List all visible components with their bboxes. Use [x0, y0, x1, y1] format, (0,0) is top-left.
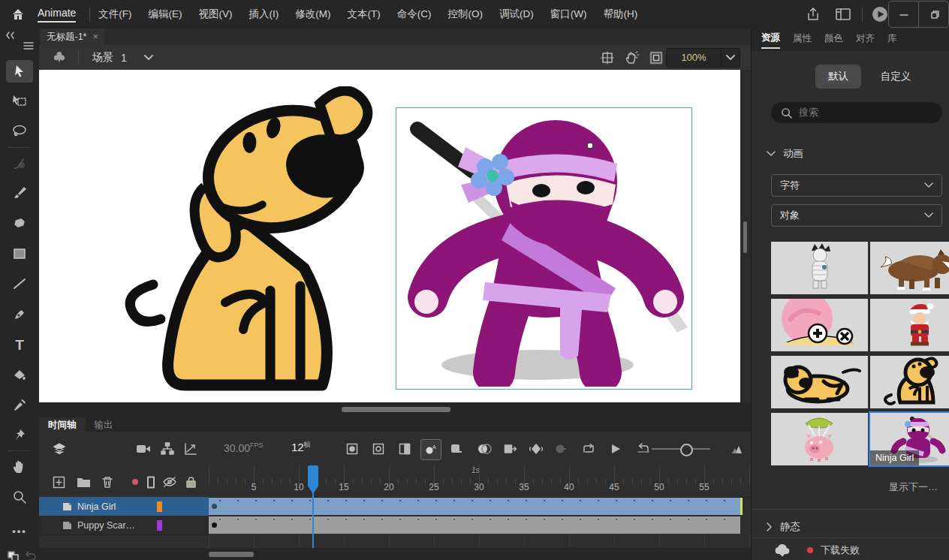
onion-skin-icon[interactable]: [474, 439, 494, 459]
delete-layer-icon[interactable]: [98, 473, 116, 491]
text-tool-icon[interactable]: T: [6, 334, 33, 357]
menu-file[interactable]: 文件(F): [90, 8, 140, 21]
show-next-link[interactable]: 显示下一…: [889, 480, 949, 494]
tab-assets[interactable]: 资源: [761, 32, 780, 49]
home-icon[interactable]: [5, 3, 32, 26]
document-tab[interactable]: 无标题-1* ×: [41, 29, 104, 45]
menu-modify[interactable]: 修改(M): [287, 8, 339, 21]
layer-color-swatch[interactable]: [157, 501, 162, 512]
vertical-scrollbar[interactable]: [740, 70, 751, 402]
hide-layers-icon[interactable]: [161, 473, 179, 491]
more-tools-icon[interactable]: •••: [6, 519, 33, 542]
auto-keyframe-icon[interactable]: A: [420, 439, 441, 460]
section-animated[interactable]: 动画: [767, 147, 803, 161]
horizontal-scrollbar-thumb[interactable]: [342, 407, 450, 412]
filter-character-dropdown[interactable]: 字符: [771, 174, 942, 197]
collapse-panel-icon[interactable]: [5, 31, 15, 40]
layer-name[interactable]: Puppy Scar…: [77, 520, 155, 531]
tab-color[interactable]: 颜色: [824, 32, 843, 48]
vertical-scrollbar-thumb[interactable]: [743, 221, 747, 253]
tab-timeline[interactable]: 时间轴: [39, 417, 86, 432]
cloud-download-icon[interactable]: [774, 543, 791, 557]
asset-thumb-snail[interactable]: [771, 299, 868, 351]
fluid-brush-tool-icon[interactable]: [6, 152, 33, 174]
lasso-tool-icon[interactable]: [6, 120, 33, 143]
asset-thumb-mummy[interactable]: [771, 242, 868, 294]
outline-view-icon[interactable]: [142, 473, 160, 491]
asset-thumb-santa[interactable]: [870, 299, 949, 351]
eraser-tool-icon[interactable]: [6, 212, 33, 234]
tab-align[interactable]: 对齐: [856, 32, 875, 48]
insert-frame-icon[interactable]: [501, 439, 520, 459]
rail-menu-icon[interactable]: [23, 41, 35, 51]
mode-default-button[interactable]: 默认: [815, 65, 861, 89]
clip-content-icon[interactable]: [649, 51, 663, 65]
layer-parenting-icon[interactable]: [158, 439, 177, 459]
fit-timeline-icon[interactable]: [728, 439, 748, 459]
filter-object-dropdown[interactable]: 对象: [771, 204, 942, 227]
pan-hand-icon[interactable]: [625, 50, 640, 65]
timeline-zoom-knob[interactable]: [680, 444, 693, 456]
menu-insert[interactable]: 插入(I): [241, 8, 288, 21]
add-layer-icon[interactable]: [50, 473, 68, 491]
loop-icon[interactable]: [579, 439, 598, 459]
layer-row-puppy[interactable]: Puppy Scar…: [39, 516, 209, 535]
section-static[interactable]: 静态: [767, 520, 800, 534]
frame-span-ninja-girl[interactable]: [209, 498, 743, 515]
menu-text[interactable]: 文本(T): [339, 8, 389, 21]
hand-tool-icon[interactable]: [6, 456, 33, 478]
asset-thumb-puppy-lying[interactable]: [771, 356, 868, 408]
fps-value[interactable]: 30.00FPS: [224, 441, 264, 454]
center-stage-icon[interactable]: [601, 51, 614, 65]
selection-tool-icon[interactable]: [6, 60, 33, 83]
add-folder-icon[interactable]: [74, 473, 92, 491]
timeline-scrollbar[interactable]: [39, 548, 751, 560]
asset-thumb-puppy-sitting[interactable]: [870, 356, 949, 408]
frame-ruler[interactable]: 1s 5 10 15 20 25 30 35 40 45 50 55: [209, 465, 751, 498]
menu-commands[interactable]: 命令(C): [389, 8, 440, 21]
frame-span-puppy[interactable]: [209, 516, 740, 534]
menu-control[interactable]: 控制(O): [440, 8, 492, 21]
restore-button[interactable]: [918, 2, 948, 27]
stage-canvas[interactable]: [39, 70, 740, 402]
share-icon[interactable]: [805, 6, 821, 23]
insert-keyframe-icon[interactable]: [526, 439, 546, 459]
current-frame-value[interactable]: 12帧: [291, 440, 311, 453]
asset-thumb-ninja-girl[interactable]: Ninja Girl: [869, 411, 949, 467]
tab-library[interactable]: 库: [887, 32, 897, 48]
timeline-empty-grid[interactable]: [209, 534, 751, 548]
zoom-value[interactable]: 100%: [667, 52, 721, 63]
insert-blank-keyframe-icon[interactable]: [551, 439, 571, 459]
frame-graph-icon[interactable]: [181, 439, 200, 459]
close-tab-icon[interactable]: ×: [92, 32, 98, 42]
symbol-clip-icon[interactable]: [51, 50, 68, 66]
test-movie-icon[interactable]: [871, 5, 889, 23]
camera-icon[interactable]: [134, 439, 153, 459]
frame-span-view-icon[interactable]: [395, 439, 414, 459]
ninja-girl-artwork[interactable]: [396, 108, 689, 387]
layer-view-icon[interactable]: [50, 439, 69, 459]
frame-dot-view-icon[interactable]: [342, 439, 362, 459]
loop-range-icon[interactable]: [634, 439, 653, 459]
subselection-tool-icon[interactable]: [6, 90, 33, 113]
timeline-scrollbar-thumb[interactable]: [209, 552, 254, 557]
search-input[interactable]: 搜索: [771, 102, 942, 123]
play-icon[interactable]: [606, 439, 625, 459]
brush-tool-icon[interactable]: [6, 182, 33, 204]
pen-tool-icon[interactable]: [6, 303, 33, 326]
app-title[interactable]: Animate: [38, 7, 76, 23]
eyedropper-tool-icon[interactable]: [6, 394, 33, 417]
horizontal-scrollbar[interactable]: [39, 402, 751, 417]
menu-window[interactable]: 窗口(W): [542, 8, 595, 21]
scene-dropdown-icon[interactable]: [143, 54, 154, 62]
tab-output[interactable]: 输出: [86, 417, 122, 432]
rectangle-tool-icon[interactable]: [6, 242, 33, 265]
lock-layers-icon[interactable]: [182, 473, 200, 491]
frame-ring-view-icon[interactable]: [369, 439, 388, 459]
menu-view[interactable]: 视图(V): [191, 8, 241, 21]
asset-thumb-pig-parachute[interactable]: [771, 413, 868, 465]
pin-tool-icon[interactable]: [6, 424, 33, 447]
remove-frame-icon[interactable]: [447, 439, 466, 459]
zoom-dropdown-icon[interactable]: [721, 49, 740, 67]
layer-row-ninja-girl[interactable]: Ninja Girl: [39, 497, 209, 516]
